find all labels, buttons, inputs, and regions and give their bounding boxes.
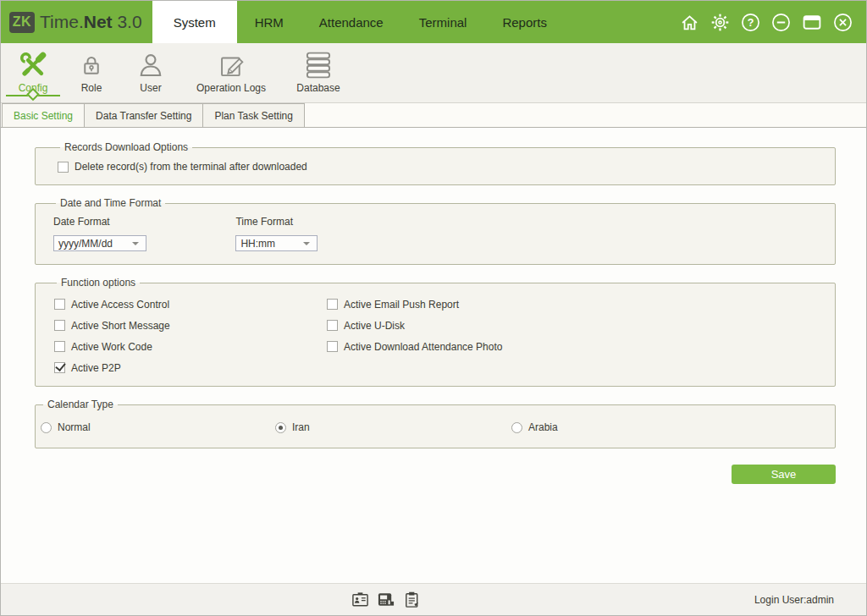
calendar-type-legend: Calendar Type	[43, 399, 118, 410]
iran-radio[interactable]	[275, 422, 286, 433]
menu-item-terminal[interactable]: Terminal	[401, 1, 485, 43]
calendar-type-group: Calendar Type Normal Iran Arabia	[35, 399, 836, 448]
settings-tabstrip: Basic Setting Data Transfer Setting Plan…	[1, 103, 866, 128]
date-format-field: Date Format yyyy/MM/dd	[53, 216, 232, 251]
titlebar: ZK Time.Net 3.0 System HRM Attendance Te…	[1, 1, 866, 43]
date-time-format-legend: Date and Time Format	[56, 197, 165, 209]
toolbar-label-config: Config	[19, 82, 48, 94]
function-option: Active Email Push Report	[327, 294, 835, 315]
date-format-value: yyyy/MM/dd	[58, 238, 113, 250]
tab-basic-setting[interactable]: Basic Setting	[2, 103, 85, 127]
employee-badge-icon[interactable]	[351, 591, 369, 608]
delete-records-label: Delete record(s) from the terminal after…	[75, 161, 307, 173]
active-p2p-label: Active P2P	[71, 362, 121, 374]
function-option: Active Work Code	[54, 336, 327, 357]
save-button[interactable]: Save	[732, 465, 836, 484]
report-clipboard-icon[interactable]	[403, 591, 421, 609]
date-time-format-group: Date and Time Format Date Format yyyy/MM…	[35, 197, 836, 265]
home-icon[interactable]	[680, 13, 699, 32]
basic-setting-panel: Records Download Options Delete record(s…	[1, 128, 866, 583]
active-email-push-report-label: Active Email Push Report	[344, 299, 459, 311]
tab-data-transfer-setting[interactable]: Data Transfer Setting	[84, 103, 203, 127]
statusbar-icons	[351, 584, 421, 615]
active-email-push-report-checkbox[interactable]	[327, 299, 338, 310]
toolbar-item-database[interactable]: Database	[280, 43, 356, 102]
toolbar-label-operation-logs: Operation Logs	[196, 82, 266, 94]
system-toolbar: Config Role User	[1, 43, 866, 103]
function-options-group: Function options Active Access Control A…	[35, 277, 836, 387]
calendar-option-normal: Normal	[41, 421, 275, 433]
function-option: Active P2P	[54, 357, 327, 378]
records-download-options-legend: Records Download Options	[60, 141, 192, 153]
active-work-code-label: Active Work Code	[71, 341, 152, 353]
main-menu: System HRM Attendance Terminal Reports	[152, 1, 565, 43]
normal-label: Normal	[58, 421, 91, 433]
calendar-option-iran: Iran	[275, 421, 511, 433]
toolbar-item-role[interactable]: Role	[64, 43, 119, 102]
active-short-message-label: Active Short Message	[71, 320, 170, 332]
save-row: Save	[1, 465, 836, 484]
app-title: Time.Net 3.0	[40, 12, 142, 32]
statusbar: Login User:admin	[1, 583, 866, 615]
active-download-attendance-photo-label: Active Download Attendance Photo	[344, 341, 502, 353]
active-work-code-checkbox[interactable]	[54, 341, 65, 352]
database-icon	[305, 49, 332, 81]
zk-logo-icon: ZK	[9, 12, 35, 33]
app-title-net: Net	[84, 12, 113, 31]
active-short-message-checkbox[interactable]	[54, 320, 65, 331]
normal-radio[interactable]	[41, 422, 52, 433]
calendar-type-options: Normal Iran Arabia	[41, 418, 835, 437]
time-format-label: Time Format	[235, 216, 318, 228]
maximize-icon[interactable]	[802, 13, 822, 32]
operation-logs-icon	[217, 49, 246, 81]
titlebar-buttons: ?	[680, 1, 866, 43]
toolbar-item-operation-logs[interactable]: Operation Logs	[182, 43, 280, 102]
active-u-disk-checkbox[interactable]	[327, 320, 338, 331]
menu-item-reports[interactable]: Reports	[484, 1, 565, 43]
function-option: Active U-Disk	[327, 315, 835, 336]
active-p2p-checkbox[interactable]	[54, 362, 65, 373]
lock-icon	[79, 49, 104, 81]
active-access-control-label: Active Access Control	[71, 299, 169, 311]
settings-gear-icon[interactable]	[710, 13, 730, 32]
active-download-attendance-photo-checkbox[interactable]	[327, 341, 338, 352]
app-title-time: Time.	[40, 12, 84, 31]
function-options-left-column: Active Access Control Active Short Messa…	[54, 294, 327, 378]
date-format-label: Date Format	[53, 216, 232, 228]
minimize-icon[interactable]	[771, 13, 791, 32]
toolbar-label-user: User	[140, 82, 161, 94]
active-access-control-checkbox[interactable]	[54, 299, 65, 310]
login-user-status: Login User:admin	[754, 584, 834, 615]
menu-item-hrm[interactable]: HRM	[237, 1, 301, 43]
toolbar-item-user[interactable]: User	[119, 43, 182, 102]
function-option: Active Short Message	[54, 315, 327, 336]
toolbar-label-role: Role	[81, 82, 102, 94]
menu-item-attendance[interactable]: Attendance	[301, 1, 401, 43]
function-options-right-column: Active Email Push Report Active U-Disk A…	[327, 294, 835, 378]
function-options-grid: Active Access Control Active Short Messa…	[54, 294, 835, 378]
records-download-options-group: Records Download Options Delete record(s…	[35, 141, 836, 185]
tab-plan-task-setting[interactable]: Plan Task Setting	[202, 103, 305, 127]
calendar-option-arabia: Arabia	[511, 421, 558, 433]
time-format-dropdown[interactable]: HH:mm	[235, 235, 318, 251]
date-format-dropdown[interactable]: yyyy/MM/dd	[53, 235, 146, 251]
help-icon[interactable]: ?	[741, 13, 760, 32]
toolbar-item-config[interactable]: Config	[3, 43, 64, 102]
terminal-device-icon[interactable]	[377, 591, 395, 608]
svg-text:?: ?	[748, 16, 754, 28]
function-option: Active Access Control	[54, 294, 327, 315]
close-icon[interactable]	[833, 13, 853, 32]
function-options-legend: Function options	[57, 277, 140, 289]
arabia-radio[interactable]	[511, 422, 522, 433]
user-icon	[137, 49, 164, 81]
active-u-disk-label: Active U-Disk	[344, 320, 405, 332]
app-logo: ZK Time.Net 3.0	[1, 1, 152, 43]
menu-item-system[interactable]: System	[152, 1, 237, 43]
config-tools-icon	[18, 49, 48, 81]
time-format-field: Time Format HH:mm	[235, 216, 318, 251]
iran-label: Iran	[292, 421, 310, 433]
delete-records-checkbox[interactable]	[58, 162, 69, 173]
toolbar-label-database: Database	[296, 82, 340, 94]
app-window: ZK Time.Net 3.0 System HRM Attendance Te…	[0, 0, 867, 616]
delete-records-option: Delete record(s) from the terminal after…	[58, 161, 835, 173]
